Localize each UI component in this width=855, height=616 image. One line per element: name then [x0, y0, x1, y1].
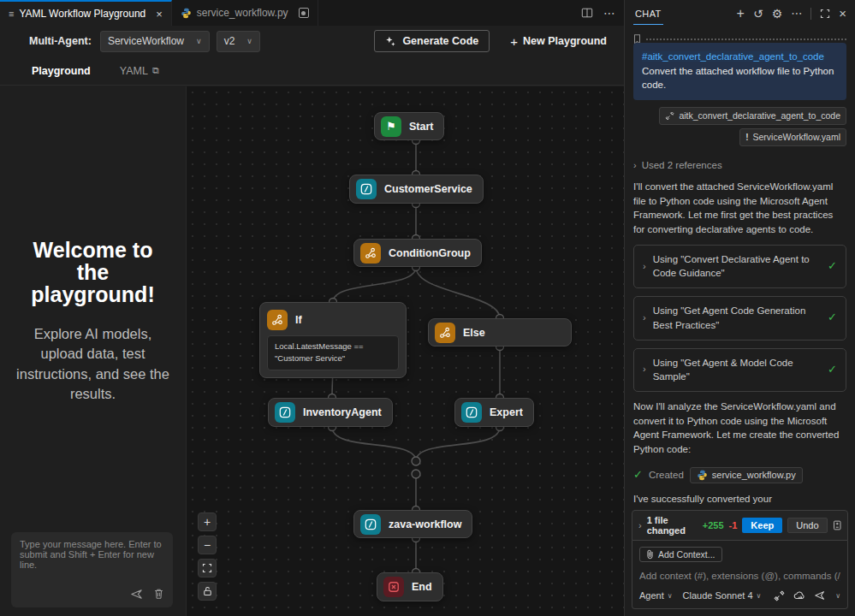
add-context-button[interactable]: Add Context... [639, 547, 722, 562]
wrench-icon [665, 111, 674, 121]
split-editor-icon[interactable] [581, 7, 593, 19]
deletions-count: -1 [729, 520, 738, 530]
playground-toolbar: Multi-Agent: ServiceWorkflow ∨ v2 ∨ Gene… [0, 26, 624, 56]
external-link-icon: ⧉ [152, 65, 159, 76]
version-select-value: v2 [224, 35, 235, 47]
mode-select[interactable]: Agent ∨ [639, 590, 673, 601]
tool-attachment-chip[interactable]: aitk_convert_declarative_agent_to_code [659, 107, 846, 125]
command-link[interactable]: #aitk_convert_declarative_agent_to_code [642, 51, 824, 62]
node-end[interactable]: End [377, 572, 443, 601]
chat-messages[interactable]: #aitk_convert_declarative_agent_to_code … [625, 39, 855, 520]
fit-view-button[interactable] [198, 559, 217, 578]
agent-icon [275, 402, 295, 423]
node-start[interactable]: ⚑ Start [374, 112, 444, 140]
model-select[interactable]: Claude Sonnet 4 ∨ [683, 590, 762, 601]
node-label: If [295, 314, 302, 326]
tool-invocation-card[interactable]: › Using "Convert Declarative Agent to Co… [633, 245, 846, 288]
send-icon[interactable] [130, 588, 143, 601]
warning-icon: ! [745, 132, 748, 145]
chat-input-box: Add Context... Agent ∨ Claude Sonnet 4 ∨ [632, 541, 848, 609]
additions-count: +255 [703, 520, 724, 530]
hamburger-icon: ≡ [9, 9, 14, 19]
node-if[interactable]: If Local.LatestMessage == "Customer Serv… [259, 302, 407, 378]
tab-playground[interactable]: Playground [32, 65, 91, 77]
python-icon [181, 8, 192, 19]
assistant-paragraph: I'll convert the attached ServiceWorkflo… [633, 180, 846, 237]
cloud-arrow-icon[interactable] [793, 590, 805, 601]
check-icon: ✓ [828, 362, 837, 378]
close-chat-icon[interactable]: × [839, 6, 846, 21]
new-chat-icon[interactable]: + [737, 6, 745, 21]
gear-icon[interactable]: ⚙ [772, 7, 783, 21]
lock-button[interactable] [198, 582, 217, 601]
chevron-right-icon[interactable]: › [638, 520, 642, 530]
node-label: CustomerService [384, 183, 472, 195]
used-references-toggle[interactable]: › Used 2 references [633, 158, 846, 173]
chat-bottom: › 1 file changed +255 -1 Keep Undo Add C… [632, 510, 848, 609]
editor-region: ≡ YAML Workflow Playground × service_wor… [0, 0, 625, 616]
undo-button[interactable]: Undo [787, 518, 827, 533]
welcome-subtitle: Explore AI models, upload data, test ins… [0, 324, 186, 405]
check-icon: ✓ [633, 467, 643, 483]
history-icon[interactable]: ↺ [753, 7, 763, 21]
tab-yaml-workflow-playground[interactable]: ≡ YAML Workflow Playground × [0, 0, 172, 26]
chat-ellipsis-icon[interactable]: ⋯ [791, 7, 802, 20]
assistant-paragraph: Now I'll analyze the ServiceWorkflow.yam… [633, 400, 846, 457]
diff-icon[interactable] [833, 519, 841, 531]
agent-icon [461, 402, 482, 423]
trash-icon[interactable] [153, 588, 164, 600]
check-icon: ✓ [828, 258, 837, 275]
chevron-down-icon: ∨ [246, 37, 252, 45]
node-zava-workflow[interactable]: zava-workflow [353, 510, 472, 538]
tab-yaml[interactable]: YAML ⧉ [120, 65, 159, 77]
node-expert[interactable]: Expert [454, 398, 534, 427]
chat-header: CHAT + ↺ ⚙ ⋯ × [625, 0, 855, 27]
version-select[interactable]: v2 ∨ [217, 31, 260, 52]
workflow-select[interactable]: ServiceWorkflow ∨ [100, 31, 210, 52]
workflow-canvas[interactable]: ⚑ Start CustomerService ConditionGroup I… [187, 86, 624, 616]
condition-icon [267, 310, 288, 330]
chevron-down-icon[interactable]: ∨ [835, 592, 840, 600]
python-icon [697, 470, 708, 481]
created-file-name: service_workflow.py [712, 469, 796, 483]
attachment-label: aitk_convert_declarative_agent_to_code [679, 110, 840, 122]
canvas-controls: + − [198, 512, 217, 601]
send-icon[interactable] [814, 589, 827, 601]
playground-message-input[interactable] [20, 539, 164, 578]
close-icon[interactable]: × [156, 8, 163, 21]
node-inventoryagent[interactable]: InventoryAgent [268, 398, 393, 427]
node-label: Start [409, 121, 433, 133]
mode-select-value: Agent [639, 590, 664, 601]
expand-icon[interactable] [820, 9, 830, 19]
node-label: InventoryAgent [303, 406, 382, 418]
keep-button[interactable]: Keep [742, 518, 782, 533]
tool-card-label: Using "Get Agent & Model Code Sample" [653, 356, 821, 384]
zoom-in-button[interactable]: + [198, 512, 217, 531]
editor-actions-ellipsis-icon[interactable]: ⋯ [603, 6, 615, 20]
node-conditiongroup[interactable]: ConditionGroup [353, 239, 482, 267]
condition-icon [360, 243, 381, 264]
new-playground-button[interactable]: + New Playground [510, 34, 607, 49]
file-attachment-chip[interactable]: ! ServiceWorkflow.yaml [739, 128, 846, 146]
tool-invocation-card[interactable]: › Using "Get Agent Code Generation Best … [633, 296, 846, 340]
created-file-chip[interactable]: service_workflow.py [690, 467, 803, 484]
sparkle-icon [385, 36, 396, 47]
chat-tab[interactable]: CHAT [633, 2, 663, 25]
chat-input[interactable] [639, 571, 840, 581]
chevron-right-icon: › [643, 260, 646, 274]
start-flag-icon: ⚑ [381, 116, 401, 137]
workflow-select-value: ServiceWorkflow [108, 35, 184, 47]
node-customerservice[interactable]: CustomerService [349, 175, 484, 204]
tools-icon[interactable] [774, 590, 785, 601]
zoom-out-button[interactable]: − [198, 536, 217, 554]
tab-service-workflow-py[interactable]: service_workflow.py [172, 0, 318, 26]
tab-pin-icon[interactable] [299, 8, 309, 18]
end-icon [383, 577, 404, 597]
generate-code-button[interactable]: Generate Code [374, 30, 490, 52]
plus-icon: + [510, 34, 518, 49]
tool-invocation-card[interactable]: › Using "Get Agent & Model Code Sample" … [633, 348, 846, 392]
created-file-row: ✓ Created service_workflow.py [633, 467, 846, 484]
if-condition-expression: Local.LatestMessage == "Customer Service… [267, 335, 399, 370]
node-else[interactable]: Else [428, 318, 572, 346]
files-changed-bar: › 1 file changed +255 -1 Keep Undo [632, 510, 848, 541]
